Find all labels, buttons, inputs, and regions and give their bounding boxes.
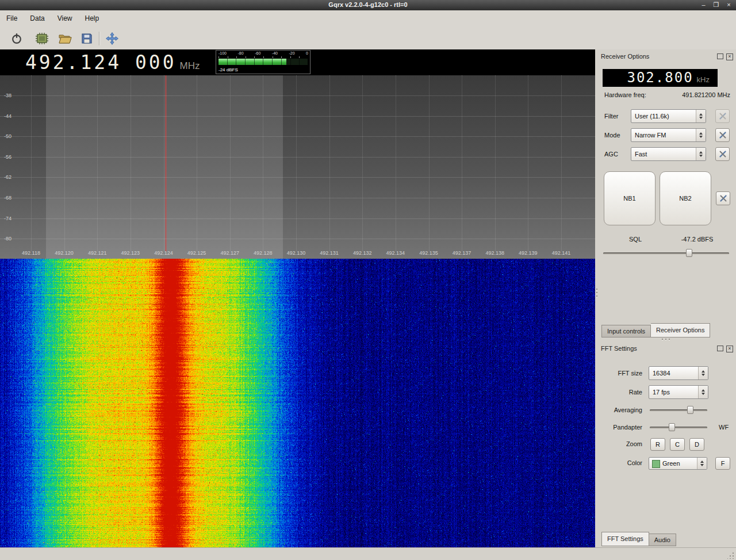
agc-combo[interactable]: Fast <box>631 147 706 161</box>
meter-scale-label: -60 <box>255 51 260 55</box>
squelch-slider[interactable] <box>603 248 729 258</box>
maximize-button[interactable]: ❐ <box>711 1 721 9</box>
fft-settings-title: FFT Settings <box>601 345 637 352</box>
move-button[interactable] <box>105 31 120 46</box>
menu-item-data[interactable]: Data <box>24 10 51 22</box>
freq-axis-label: 492.118 <box>15 250 47 256</box>
freq-axis-label: 492.141 <box>545 250 577 256</box>
save-button[interactable] <box>79 31 94 46</box>
menu-item-view[interactable]: View <box>51 10 79 22</box>
agc-options-button[interactable] <box>715 147 730 161</box>
grid-line-horizontal <box>0 116 595 117</box>
tab-receiver-options[interactable]: Receiver Options <box>651 323 710 337</box>
minimize-button[interactable]: – <box>699 1 708 9</box>
db-axis-label: -44 <box>4 113 12 119</box>
hardware-freq-value: 491.821200 MHz <box>682 91 730 98</box>
nb1-button[interactable]: NB1 <box>604 171 656 225</box>
slider-groove <box>650 409 707 411</box>
splitter-handle-horizontal[interactable] <box>662 339 670 340</box>
pandapter-slider-handle[interactable] <box>669 423 675 431</box>
menu-item-help[interactable]: Help <box>79 10 106 22</box>
averaging-slider-handle[interactable] <box>687 406 693 414</box>
grid-line-horizontal <box>0 157 595 158</box>
mode-options-button[interactable] <box>715 128 730 142</box>
filter-combo[interactable]: User (11.6k) <box>631 109 706 123</box>
filter-combo-value: User (11.6k) <box>635 113 669 120</box>
resize-grip[interactable] <box>727 552 734 559</box>
color-combo[interactable]: Green <box>649 457 707 470</box>
tuning-line[interactable] <box>166 75 166 251</box>
frequency-display[interactable]: 492.124 000MHz <box>25 51 200 74</box>
wf-label: WF <box>719 424 729 431</box>
mode-combo[interactable]: Narrow FM <box>631 128 706 142</box>
grid-line-vertical <box>495 75 496 251</box>
fft-size-combo[interactable]: 16384 <box>649 366 708 380</box>
grid-line-vertical <box>97 75 98 251</box>
zoom-d-button[interactable]: D <box>689 438 704 451</box>
float-panel-icon[interactable] <box>717 346 723 351</box>
nb2-button[interactable]: NB2 <box>660 171 711 225</box>
grid-line-vertical <box>329 75 330 251</box>
meter-scale-label: 0 <box>306 51 308 55</box>
close-panel-icon[interactable]: × <box>726 53 733 60</box>
status-bar <box>0 547 736 560</box>
db-axis-label: -62 <box>4 174 12 180</box>
signal-meter: -100-80-60-40-200 -24 dBFS <box>216 50 310 74</box>
pandapter-slider[interactable] <box>650 423 707 432</box>
spin-arrows-icon[interactable] <box>696 110 706 122</box>
offset-frequency-value[interactable]: 302.800 <box>627 69 693 86</box>
spin-arrows-icon[interactable] <box>696 129 706 141</box>
waterfall-display[interactable] <box>0 259 595 547</box>
save-icon <box>81 33 93 44</box>
db-axis-label: -56 <box>4 154 12 160</box>
averaging-slider[interactable] <box>650 405 707 415</box>
db-axis-label: -68 <box>4 195 12 201</box>
frequency-unit: MHz <box>180 60 200 71</box>
freq-axis-label: 492.124 <box>148 250 180 256</box>
close-button[interactable]: × <box>724 1 734 9</box>
menu-item-file[interactable]: File <box>0 10 24 22</box>
freeze-button[interactable]: F <box>715 457 730 470</box>
spin-arrows-icon[interactable] <box>698 367 708 379</box>
tab-fft-settings[interactable]: FFT Settings <box>601 532 649 546</box>
slider-groove <box>603 252 729 254</box>
tab-input-controls[interactable]: Input controls <box>601 325 651 337</box>
freq-axis-label: 492.123 <box>114 250 147 256</box>
open-button[interactable] <box>57 31 72 46</box>
filter-bandwidth-band[interactable] <box>46 75 283 259</box>
freq-axis-label: 492.125 <box>181 250 213 256</box>
agc-combo-value: Fast <box>635 151 647 158</box>
spin-arrows-icon[interactable] <box>698 386 708 398</box>
freq-axis-label: 492.121 <box>81 250 113 256</box>
squelch-slider-handle[interactable] <box>686 249 692 257</box>
rate-combo[interactable]: 17 fps <box>649 385 708 399</box>
window-title: Gqrx v2.2.0-4-g12c0 - rtl=0 <box>0 1 736 8</box>
splitter-handle-vertical[interactable] <box>596 289 597 297</box>
pandapter[interactable]: -38-44-50-56-62-68-74-80492.118492.12049… <box>0 75 595 259</box>
offset-frequency-lcd[interactable]: 302.800 kHz <box>603 69 718 87</box>
frequency-value[interactable]: 492.124 000 <box>25 51 177 74</box>
title-bar[interactable]: Gqrx v2.2.0-4-g12c0 - rtl=0 – ❐ × <box>0 0 736 10</box>
float-panel-icon[interactable] <box>717 53 723 59</box>
spin-arrows-icon[interactable] <box>696 148 706 160</box>
agc-label: AGC <box>604 147 618 161</box>
freq-axis-label: 492.130 <box>280 250 312 256</box>
freq-axis-label: 492.139 <box>512 250 544 256</box>
chip-icon <box>35 32 49 45</box>
close-panel-icon[interactable]: × <box>726 346 733 352</box>
nb-options-button[interactable] <box>716 191 730 205</box>
power-button[interactable] <box>9 31 24 46</box>
zoom-r-button[interactable]: R <box>650 438 665 451</box>
freq-axis-label: 492.135 <box>413 250 445 256</box>
move-arrows-icon <box>106 32 118 45</box>
configure-icon <box>719 150 727 158</box>
grid-line-vertical <box>396 75 396 251</box>
zoom-c-button[interactable]: C <box>670 438 685 451</box>
tab-audio[interactable]: Audio <box>649 534 676 546</box>
configure-icon <box>719 194 727 202</box>
toolbar <box>0 27 736 50</box>
filter-options-button <box>715 109 730 123</box>
dsp-options-button[interactable] <box>34 31 49 46</box>
meter-scale-label: -80 <box>238 51 244 55</box>
spin-arrows-icon[interactable] <box>697 458 707 469</box>
